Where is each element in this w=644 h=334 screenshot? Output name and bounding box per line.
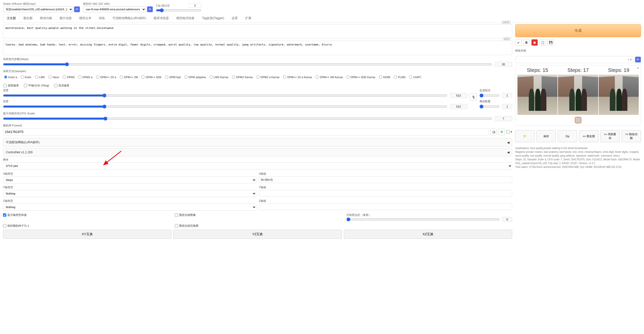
output-thumbnail[interactable] [575,117,581,123]
batch-count-slider[interactable] [479,93,500,98]
tab-pnginfo[interactable]: 图片信息 [56,14,75,22]
swap-xy-button[interactable]: XY互换 [3,230,171,239]
controlnet-accordion[interactable]: ControlNet v1.1.200◀ [3,148,512,156]
output-image-3[interactable] [599,75,639,115]
width-value[interactable] [450,93,467,98]
batch-count-value[interactable] [502,93,512,98]
keep-seed-check[interactable]: 保持随机种子为-1 [3,224,169,228]
x-val-label: X轴值 [259,172,512,176]
clipboard-icon[interactable]: 📋 [539,39,546,46]
sampler-euler[interactable]: Euler [21,75,31,79]
refresh-checkpoint-icon[interactable]: ⟳ [74,6,80,12]
save-button[interactable]: 保存 [537,130,556,142]
seed-recycle-button[interactable]: ♻ [498,129,505,135]
refresh-vae-icon[interactable]: ⟳ [147,6,153,12]
sampler-lms[interactable]: LMS [35,75,45,79]
refresh-style-icon[interactable]: ⟳ [635,57,641,63]
sub-grid-check[interactable]: 预览次级宫格图 [175,224,341,228]
face-restore-check[interactable]: 面部修复 [4,84,19,87]
margin-slider[interactable] [346,217,500,221]
height-slider[interactable] [3,105,447,109]
sampler-dpm2-a[interactable]: DPM2 a [78,75,93,79]
tab-extras[interactable]: 附加功能 [36,14,56,22]
tab-settings[interactable]: 设置 [228,14,242,22]
sampler-dpm-2s-a-karras[interactable]: DPM++ 2S a Karras [283,75,312,79]
stop-icon[interactable]: ◼ [531,39,538,46]
sampler-plms[interactable]: PLMS [394,75,406,79]
cfg-value[interactable] [495,116,512,121]
cfg-slider[interactable] [3,117,492,121]
sampler-dpm-2s-a[interactable]: DPM++ 2S a [96,75,116,79]
hires-check[interactable]: 高清修复 [54,84,69,87]
x-type-select[interactable]: Steps [3,176,256,183]
send-inpaint-button[interactable]: >> 局部重绘 [600,130,620,142]
tab-lora[interactable]: 可选附加网格(LoRA插件) [109,14,150,22]
tiling-check[interactable]: 平铺/分块 (Tiling) [24,84,49,87]
save-icon[interactable]: 💾 [547,39,554,46]
tab-train[interactable]: 训练 [95,14,109,22]
sampler-unipc[interactable]: UniPC [409,75,421,79]
tab-convert[interactable]: 模型格式转换 [173,14,198,22]
arrow-icon[interactable]: ↙ [515,39,522,46]
tab-merge[interactable]: 模型合并 [75,14,95,22]
script-select[interactable]: X/Y/Z plot [3,162,512,169]
output-image-1[interactable] [517,75,557,115]
swap-wh-button[interactable]: ⇅ [470,93,477,101]
margin-value[interactable] [502,217,512,222]
sampler-lms-karras[interactable]: LMS Karras [210,75,228,79]
clip-skip-value[interactable] [189,3,201,8]
sampler-dpm-fast[interactable]: DPM fast [165,75,181,79]
width-label: 宽度 [3,88,9,92]
send-extras-button[interactable]: >> 附加功能 [622,130,641,142]
height-value[interactable] [450,104,467,109]
seed-random-button[interactable]: 🎲 [490,129,497,135]
prompt-positive[interactable]: masterpiece, best quality,people walking… [3,24,512,38]
swap-xz-button[interactable]: XZ互换 [344,230,512,239]
tab-gallery[interactable]: 图库浏览器 [150,14,173,22]
z-val-input[interactable] [259,204,512,210]
sub-img-check[interactable]: 预览次级图像 [175,213,341,217]
seed-input[interactable] [3,128,489,135]
trash-icon[interactable]: 🗑 [523,39,530,46]
tab-img2img[interactable]: 图生图 [20,14,36,22]
y-type-select[interactable]: Nothing [3,190,256,197]
y-val-input[interactable] [259,190,512,197]
generate-button[interactable]: 生成 [515,24,641,37]
sampler-dpm2[interactable]: DPM2 [63,75,75,79]
sampler-heun[interactable]: Heun [48,75,59,79]
sampler-dpm-sde-karras[interactable]: DPM++ SDE Karras [346,75,375,79]
batch-size-slider[interactable] [479,105,500,109]
swap-yz-button[interactable]: YZ互换 [173,230,342,239]
prompt-negative[interactable]: lowres, bad anatomy, bad hands, text, er… [3,41,512,55]
sampler-dpm-sde[interactable]: DPM++ SDE [141,75,162,79]
steps-value[interactable] [495,62,512,67]
batch-size-value[interactable] [502,104,512,109]
x-val-input[interactable] [259,176,512,183]
z-type-select[interactable]: Nothing [3,204,256,211]
steps-slider[interactable] [3,62,492,66]
lora-accordion[interactable]: 可选附加网格(LoRA插件)◀ [3,138,512,147]
style-select[interactable]: × ▾ [515,56,633,63]
checkpoint-select[interactable]: 写实\realisticVisionV20_v20.safetensors [c… [3,6,73,12]
show-legend-check[interactable]: 显示轴类型和值 [3,213,169,217]
clip-skip-slider[interactable] [156,8,201,12]
sampler-grid: Euler aEulerLMSHeunDPM2DPM2 aDPM++ 2S aD… [3,74,512,80]
sampler-dpm-2m-karras[interactable]: DPM++ 2M Karras [315,75,343,79]
tab-tagger[interactable]: Tag反推(Tagger) [198,14,228,22]
seed-extra-check[interactable]: ▾ [506,130,512,133]
sampler-dpm2-karras[interactable]: DPM2 Karras [232,75,253,79]
sampler-euler-a[interactable]: Euler a [4,75,17,79]
sampler-dpm-2m[interactable]: DPM++ 2M [120,75,138,79]
zip-button[interactable]: Zip [558,130,577,142]
sampler-dpm2-a-karras[interactable]: DPM2 a Karras [256,75,279,79]
vae-select[interactable]: vae-ft-mse-840000-ema-pruned.safetensors [83,6,146,12]
send-img2img-button[interactable]: >> 图生图 [579,130,598,142]
open-folder-button[interactable]: 📁 [515,130,535,142]
sampler-dpm-adaptive[interactable]: DPM adaptive [184,75,206,79]
tab-txt2img[interactable]: 文生图 [3,14,20,22]
width-slider[interactable] [3,93,447,98]
close-icon[interactable]: ✕ [637,66,639,70]
tab-extensions[interactable]: 扩展 [242,14,255,22]
output-image-2[interactable] [558,75,598,115]
sampler-ddim[interactable]: DDIM [379,75,390,79]
